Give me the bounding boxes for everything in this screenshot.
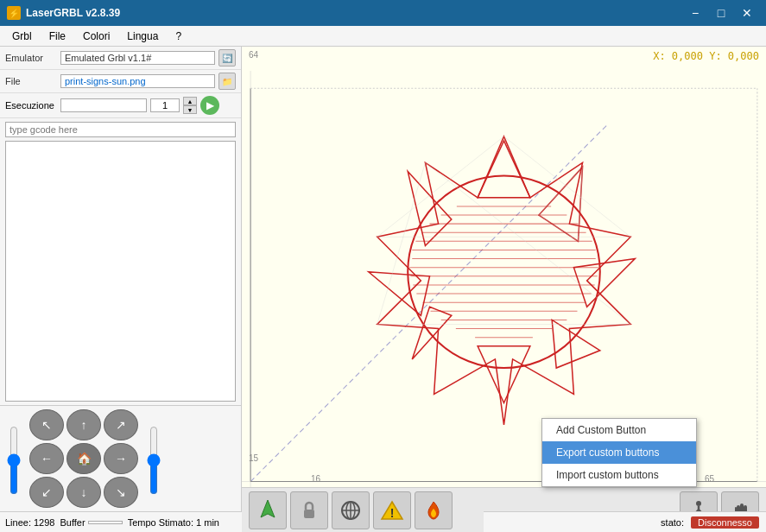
gcode-area[interactable] [5,141,236,402]
svg-marker-5 [573,259,635,307]
exec-input[interactable] [60,98,147,112]
svg-marker-30 [377,136,630,237]
buffer-field: Buffer [60,517,122,528]
jog-down-right[interactable]: ↘ [104,477,138,508]
tempo-field: Tempo Stimato: 1 min [128,517,219,528]
jog-right[interactable]: → [104,443,138,474]
menu-colori[interactable]: Colori [74,28,118,44]
stato-label: stato: [661,517,684,528]
export-custom-buttons-item[interactable]: Export custom buttons [542,441,696,464]
jog-down[interactable]: ↓ [66,477,101,508]
lines-value: 1298 [34,517,54,528]
context-menu: Add Custom Button Export custom buttons … [541,418,697,487]
svg-point-12 [408,175,600,368]
exec-label: Esecuzione [5,100,57,111]
emulator-label: Emulator [5,53,57,63]
svg-marker-4 [539,167,583,241]
exec-spinner: ▲ ▼ [183,97,197,114]
ruler-top-left: 64 [249,50,258,60]
laser-tool-btn[interactable] [249,491,287,529]
speed-slider-vertical[interactable] [5,426,22,495]
menubar: Grbl File Colori Lingua ? [0,26,766,47]
spinner-up[interactable]: ▲ [183,97,197,105]
emulator-icon[interactable]: 🔄 [218,49,236,66]
tempo-label: Tempo Stimato: [128,517,193,528]
menu-file[interactable]: File [41,28,74,44]
menu-help[interactable]: ? [167,28,190,44]
ruler-bottom-left-y: 15 [249,453,258,463]
maximize-button[interactable]: □ [709,3,733,22]
svg-text:!: ! [390,506,395,520]
svg-marker-3 [478,141,530,198]
file-row: File 📁 [0,70,241,93]
jog-grid: ↖ ↑ ↗ ← 🏠 → ↙ ↓ ↘ [29,409,138,508]
buffer-label: Buffer [60,517,85,528]
jog-up-left[interactable]: ↖ [29,409,64,440]
coords-display: X: 0,000 Y: 0,000 [653,50,759,62]
exec-count[interactable] [150,98,180,112]
app-icon: ⚡ [7,6,21,20]
svg-point-45 [696,501,701,506]
play-button[interactable]: ▶ [200,96,219,115]
stato-value: Disconnesso [691,516,759,529]
titlebar-left: ⚡ LaserGRBL v2.8.39 [7,6,120,20]
left-statusbar: Linee: 1298 Buffer Tempo Stimato: 1 min [0,511,242,532]
titlebar-controls: − □ ✕ [683,3,759,22]
menu-grbl[interactable]: Grbl [3,28,41,44]
buffer-value [88,521,123,524]
exec-row: Esecuzione ▲ ▼ ▶ [0,93,241,118]
main-layout: Emulator 🔄 File 📁 Esecuzione ▲ ▼ ▶ [0,47,766,532]
fire-tool-btn[interactable] [415,491,453,529]
emulator-input[interactable] [60,51,215,65]
left-panel: Emulator 🔄 File 📁 Esecuzione ▲ ▼ ▶ [0,47,242,532]
warn-tool-btn[interactable]: ! [373,491,411,529]
gcode-input[interactable] [5,122,236,137]
ruler-bottom-right: 65 [705,474,714,484]
app-title: LaserGRBL v2.8.39 [26,7,120,19]
spinner-down[interactable]: ▼ [183,105,197,114]
titlebar: ⚡ LaserGRBL v2.8.39 − □ ✕ [0,0,766,26]
canvas-area[interactable]: 64 15 16 65 X: 0,000 Y: 0,000 [242,47,766,532]
add-custom-button-item[interactable]: Add Custom Button [542,419,696,441]
file-input[interactable] [60,74,215,88]
menu-lingua[interactable]: Lingua [118,28,167,44]
emulator-row: Emulator 🔄 [0,47,241,70]
import-custom-buttons-item[interactable]: Import custom buttons [542,464,696,486]
svg-rect-38 [304,510,314,518]
lines-field: Linee: 1298 [5,517,54,528]
jog-up[interactable]: ↑ [66,409,101,440]
svg-marker-37 [261,500,275,517]
globe-tool-btn[interactable] [332,491,370,529]
jog-home[interactable]: 🏠 [66,443,101,474]
speed-slider-vertical-right[interactable] [145,426,162,495]
file-label: File [5,76,57,86]
jog-down-left[interactable]: ↙ [29,477,64,508]
lock-tool-btn[interactable] [290,491,328,529]
svg-marker-7 [478,346,530,403]
tempo-value: 1 min [196,517,219,528]
jog-left[interactable]: ← [29,443,64,474]
close-button[interactable]: ✕ [735,3,759,22]
svg-marker-31 [377,162,630,324]
lines-label: Linee: [5,517,31,528]
jog-up-right[interactable]: ↗ [104,409,138,440]
ruler-bottom-mid: 16 [311,474,320,484]
right-statusbar: stato: Disconnesso [484,511,766,532]
file-icon[interactable]: 📁 [218,73,236,90]
minimize-button[interactable]: − [683,3,707,22]
